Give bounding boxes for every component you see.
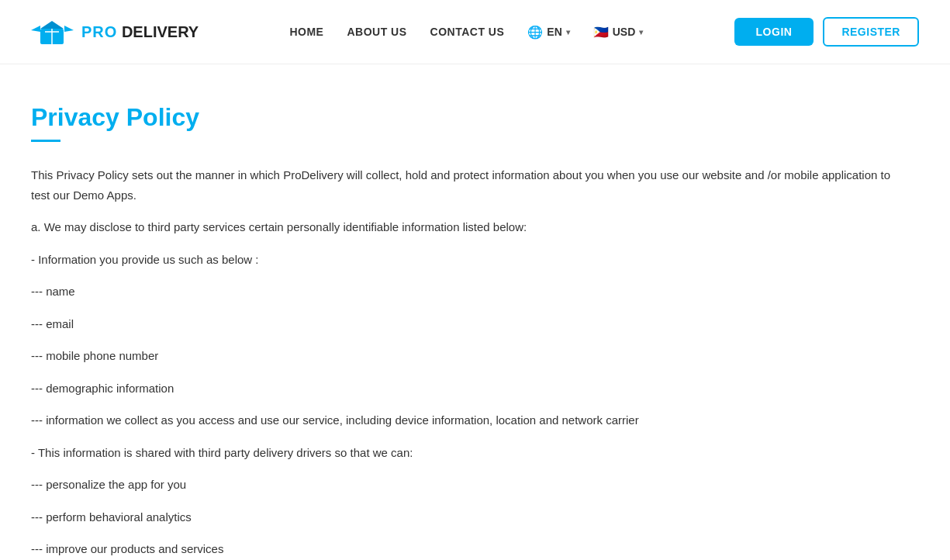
list-item: --- email [31,314,900,334]
site-header: PRO DELIVERY HOME ABOUT US CONTACT US 🌐 … [0,0,950,64]
list-item: --- information we collect as you access… [31,410,900,430]
nav-home[interactable]: HOME [289,26,323,38]
currency-chevron-icon: ▾ [639,28,643,36]
section-a-label: a. We may disclose to third party servic… [31,217,900,237]
section-a-info-header: - Information you provide us such as bel… [31,250,900,270]
logo[interactable]: PRO DELIVERY [31,15,199,50]
svg-marker-2 [31,26,40,32]
list-item: --- perform behavioral analytics [31,507,900,527]
currency-code: USD [613,26,636,38]
title-underline [31,140,60,142]
login-button[interactable]: LOGIN [734,18,814,46]
lang-flag: 🌐 [527,25,543,40]
lang-code: EN [547,26,561,38]
svg-marker-3 [64,26,74,32]
list-item: --- improve our products and services [31,539,900,559]
list-item: --- personalize the app for you [31,475,900,495]
main-content: Privacy Policy This Privacy Policy sets … [0,64,931,560]
list-item: --- demographic information [31,379,900,399]
nav-contact[interactable]: CONTACT US [430,26,505,38]
svg-marker-1 [40,21,64,29]
section-a-items-list: --- name--- email--- mobile phone number… [31,282,900,430]
register-button[interactable]: REGISTER [823,17,919,47]
list-item: --- mobile phone number [31,346,900,366]
header-actions: LOGIN REGISTER [734,17,919,47]
currency-flag: 🇵🇭 [593,25,609,40]
intro-paragraph: This Privacy Policy sets out the manner … [31,165,900,205]
nav-about[interactable]: ABOUT US [347,26,406,38]
privacy-policy-content: This Privacy Policy sets out the manner … [31,165,900,560]
logo-icon [31,15,74,50]
lang-chevron-icon: ▾ [566,28,570,36]
page-title: Privacy Policy [31,103,900,132]
section-a-shared-header: - This information is shared with third … [31,443,900,463]
section-a-shared-items-list: --- personalize the app for you--- perfo… [31,475,900,560]
logo-text: PRO DELIVERY [81,23,199,41]
currency-selector[interactable]: 🇵🇭 USD ▾ [593,25,644,40]
language-selector[interactable]: 🌐 EN ▾ [527,25,569,40]
list-item: --- name [31,282,900,302]
main-nav: HOME ABOUT US CONTACT US 🌐 EN ▾ 🇵🇭 USD ▾ [289,25,643,40]
